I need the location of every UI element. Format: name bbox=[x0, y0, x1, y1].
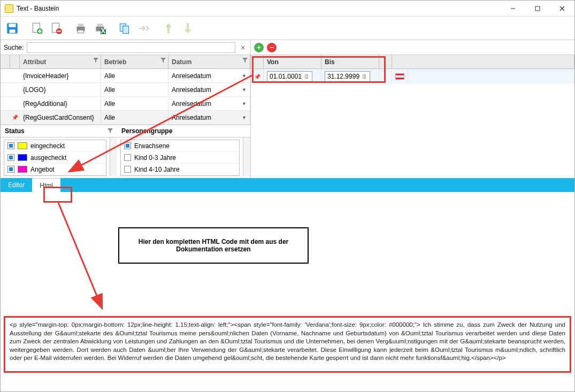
cell-datum[interactable]: Anreisedatum▼ bbox=[168, 111, 250, 124]
calendar-icon[interactable]: 🗓 bbox=[304, 73, 310, 80]
persgruppe-label: Erwachsene bbox=[134, 142, 170, 150]
list-item[interactable]: Erwachsene bbox=[121, 140, 239, 152]
svg-text:X: X bbox=[101, 26, 106, 34]
checkbox-icon[interactable] bbox=[7, 166, 14, 173]
move-up-button[interactable] bbox=[160, 19, 177, 38]
checkbox-icon[interactable] bbox=[7, 142, 14, 149]
save-button[interactable] bbox=[4, 19, 21, 38]
tab-html[interactable]: Html bbox=[32, 178, 60, 192]
table-row[interactable]: {RegAdditional} Alle Anreisedatum▼ bbox=[1, 97, 250, 111]
col-bis[interactable]: Bis bbox=[321, 55, 379, 68]
col-datum[interactable]: Datum bbox=[168, 55, 250, 68]
svg-rect-6 bbox=[10, 29, 16, 33]
list-item[interactable]: Angebot bbox=[4, 164, 106, 175]
clear-search-icon[interactable]: × bbox=[239, 43, 247, 52]
list-item[interactable]: Kind 4-10 Jahre bbox=[121, 164, 239, 175]
status-label: ausgecheckt bbox=[30, 154, 66, 162]
minimize-button[interactable] bbox=[501, 1, 525, 17]
cell-attribut: {LOGO} bbox=[20, 83, 101, 96]
checkbox-icon[interactable] bbox=[7, 154, 14, 161]
list-item[interactable]: eingecheckt bbox=[4, 140, 106, 152]
tab-editor[interactable]: Editor bbox=[1, 178, 32, 192]
scrollbar[interactable] bbox=[110, 137, 117, 176]
von-date-input[interactable]: 01.01.0001🗓 bbox=[267, 71, 312, 82]
color-swatch bbox=[18, 142, 27, 149]
pin-icon: 📌 bbox=[12, 114, 18, 120]
date-grid-header: Von Bis bbox=[251, 55, 574, 69]
col-von[interactable]: Von bbox=[264, 55, 321, 68]
svg-rect-16 bbox=[78, 30, 84, 33]
svg-rect-22 bbox=[123, 26, 129, 33]
cell-attribut: {RegGuestCardConsent} bbox=[20, 111, 101, 124]
chevron-down-icon: ▼ bbox=[242, 73, 247, 79]
add-button[interactable]: + bbox=[254, 43, 264, 52]
persgruppe-label: Kind 4-10 Jahre bbox=[134, 166, 180, 173]
status-header: Status bbox=[1, 125, 117, 137]
color-swatch bbox=[18, 166, 27, 173]
flag-austria-icon bbox=[395, 73, 404, 80]
status-label: Angebot bbox=[30, 166, 55, 173]
status-label: eingecheckt bbox=[30, 142, 65, 150]
tab-row: Editor Html bbox=[1, 178, 574, 192]
editor-area: Hier den kompletten HTML Code mit dem au… bbox=[1, 192, 574, 376]
title-bar: Text - Baustein bbox=[1, 1, 574, 17]
close-button[interactable] bbox=[550, 1, 574, 17]
checkbox-icon[interactable] bbox=[124, 166, 131, 173]
table-row[interactable]: {InvoiceHeader} Alle Anreisedatum▼ bbox=[1, 69, 250, 83]
persgruppe-label: Kind 0-3 Jahre bbox=[134, 154, 176, 162]
svg-rect-1 bbox=[535, 6, 540, 11]
pin-icon: 📌 bbox=[254, 74, 260, 80]
cell-attribut: {InvoiceHeader} bbox=[20, 69, 101, 82]
forward-button[interactable] bbox=[135, 19, 152, 38]
bis-date-input[interactable]: 31.12.9999🗓 bbox=[325, 71, 370, 82]
persgruppe-header: Personengruppe bbox=[117, 125, 250, 137]
chevron-down-icon: ▼ bbox=[242, 101, 247, 106]
checkbox-icon[interactable] bbox=[124, 142, 131, 149]
calendar-icon[interactable]: 🗓 bbox=[362, 73, 367, 80]
window-title: Text - Baustein bbox=[17, 5, 501, 12]
attr-grid-body: {InvoiceHeader} Alle Anreisedatum▼ {LOGO… bbox=[1, 69, 250, 125]
toolbar: X bbox=[1, 17, 574, 40]
table-row[interactable]: {LOGO} Alle Anreisedatum▼ bbox=[1, 83, 250, 97]
cell-datum[interactable]: Anreisedatum▼ bbox=[168, 83, 250, 96]
delete-button[interactable]: − bbox=[267, 43, 277, 52]
cell-betrieb: Alle bbox=[101, 111, 168, 124]
cell-attribut: {RegAdditional} bbox=[20, 97, 101, 110]
chevron-down-icon: ▼ bbox=[242, 87, 247, 93]
cell-betrieb: Alle bbox=[101, 83, 168, 96]
cell-betrieb: Alle bbox=[101, 69, 168, 82]
checkbox-icon[interactable] bbox=[124, 154, 131, 161]
html-code-textarea[interactable]: <p style="margin-top: 0px;margin-bottom:… bbox=[4, 316, 571, 373]
scrollbar[interactable] bbox=[243, 137, 250, 176]
delete-doc-button[interactable] bbox=[48, 19, 65, 38]
search-label: Suche: bbox=[4, 44, 24, 51]
chevron-down-icon: ▼ bbox=[242, 115, 247, 120]
maximize-button[interactable] bbox=[525, 1, 550, 17]
date-row[interactable]: 📌 01.01.0001🗓 31.12.9999🗓 bbox=[251, 69, 574, 84]
cell-betrieb: Alle bbox=[101, 97, 168, 110]
attr-grid-header: Attribut Betrieb Datum bbox=[1, 55, 250, 69]
move-down-button[interactable] bbox=[179, 19, 196, 38]
svg-rect-15 bbox=[78, 24, 84, 26]
search-input[interactable] bbox=[27, 42, 235, 53]
copy-button[interactable] bbox=[116, 19, 133, 38]
list-item[interactable]: ausgecheckt bbox=[4, 152, 106, 164]
app-icon bbox=[5, 4, 13, 13]
col-betrieb[interactable]: Betrieb bbox=[101, 55, 168, 68]
table-row[interactable]: 📌 {RegGuestCardConsent} Alle Anreisedatu… bbox=[1, 111, 250, 125]
export-excel-button[interactable]: X bbox=[91, 19, 109, 38]
color-swatch bbox=[18, 154, 27, 161]
print-button[interactable] bbox=[72, 19, 89, 38]
svg-rect-5 bbox=[9, 24, 16, 27]
cell-datum[interactable]: Anreisedatum▼ bbox=[168, 97, 250, 110]
col-attribut[interactable]: Attribut bbox=[20, 55, 101, 68]
info-annotation: Hier den kompletten HTML Code mit dem au… bbox=[118, 227, 309, 264]
list-item[interactable]: Kind 0-3 Jahre bbox=[121, 152, 239, 164]
cell-datum[interactable]: Anreisedatum▼ bbox=[168, 69, 250, 82]
new-doc-button[interactable] bbox=[28, 19, 45, 38]
